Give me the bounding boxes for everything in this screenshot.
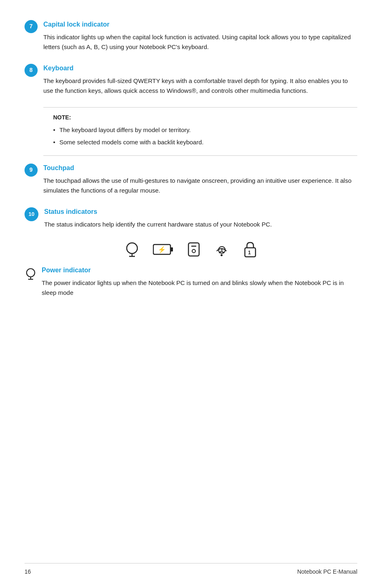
svg-point-10	[221, 254, 223, 256]
section-9: 9 Touchpad The touchpad allows the use o…	[25, 163, 357, 195]
badge-10: 10	[25, 207, 38, 221]
section-10: 10 Status indicators The status indicato…	[25, 207, 357, 229]
section-10-content: Status indicators The status indicators …	[44, 207, 357, 229]
power-status-icon	[124, 241, 140, 258]
power-indicator-content: Power indicator The power indicator ligh…	[42, 265, 357, 298]
section-9-title: Touchpad	[43, 163, 357, 173]
page: 7 Capital lock indicator This indicator …	[0, 0, 390, 588]
section-8: 8 Keyboard The keyboard provides full-si…	[25, 63, 357, 96]
wifi-icon: ⊙	[213, 242, 230, 257]
footer-title: Notebook PC E-Manual	[297, 568, 357, 577]
svg-rect-4	[170, 247, 173, 251]
badge-7: 7	[25, 20, 38, 33]
footer: 16 Notebook PC E-Manual	[25, 563, 357, 577]
section-8-content: Keyboard The keyboard provides full-size…	[43, 63, 357, 96]
svg-point-13	[27, 269, 35, 277]
power-indicator-icon	[25, 265, 37, 282]
section-7-title: Capital lock indicator	[43, 20, 357, 30]
note-item-1: The keyboard layout differs by model or …	[53, 125, 347, 135]
svg-point-0	[127, 243, 137, 254]
badge-9: 9	[25, 164, 38, 177]
section-8-body: The keyboard provides full-sized QWERTY …	[43, 76, 357, 96]
svg-text:1: 1	[248, 250, 251, 256]
battery-charge-icon: ⚡	[153, 243, 174, 256]
note-item-2: Some selected models come with a backlit…	[53, 137, 347, 147]
note-list: The keyboard layout differs by model or …	[53, 125, 347, 147]
section-7: 7 Capital lock indicator This indicator …	[25, 20, 357, 52]
power-indicator-title: Power indicator	[42, 265, 357, 276]
footer-page-number: 16	[25, 568, 31, 577]
num-lock-icon: 1	[243, 241, 258, 258]
drive-icon	[187, 242, 200, 257]
section-10-body: The status indicators help identify the …	[44, 220, 357, 229]
svg-point-7	[192, 249, 195, 253]
section-7-content: Capital lock indicator This indicator li…	[43, 20, 357, 52]
section-9-content: Touchpad The touchpad allows the use of …	[43, 163, 357, 195]
power-indicator-body: The power indicator lights up when the N…	[42, 278, 357, 298]
power-indicator-section: Power indicator The power indicator ligh…	[25, 265, 357, 298]
note-box: NOTE: The keyboard layout differs by mod…	[43, 107, 357, 156]
note-label: NOTE:	[53, 113, 347, 122]
section-8-title: Keyboard	[43, 63, 357, 74]
section-9-body: The touchpad allows the use of multi-ges…	[43, 176, 357, 195]
section-7-body: This indicator lights up when the capita…	[43, 32, 357, 52]
section-10-title: Status indicators	[44, 207, 357, 217]
badge-8: 8	[25, 64, 38, 77]
status-icons-row: ⚡ ⊙ 1	[25, 241, 357, 258]
svg-text:⚡: ⚡	[158, 246, 166, 254]
